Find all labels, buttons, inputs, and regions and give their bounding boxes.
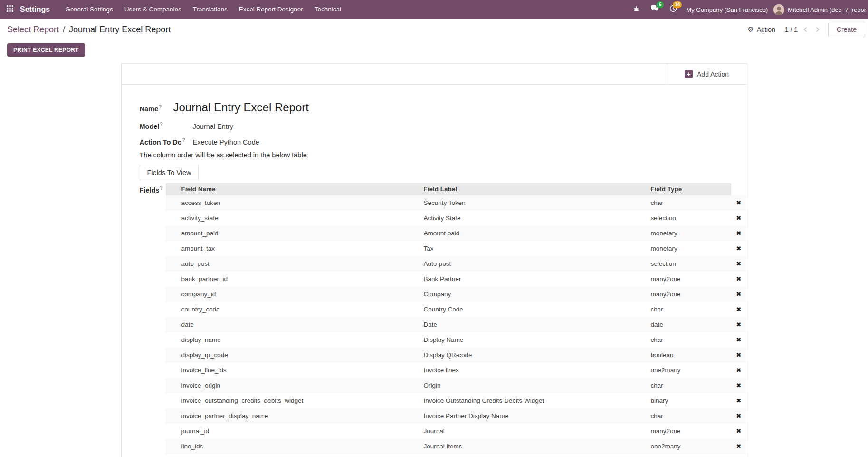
- table-row[interactable]: amount_paid Amount paid monetary ✖: [166, 226, 747, 241]
- field-type-cell[interactable]: boolean: [651, 351, 731, 359]
- table-row[interactable]: invoice_outstanding_credits_debits_widge…: [166, 393, 747, 408]
- field-name-cell[interactable]: country_code: [181, 306, 424, 313]
- activities-button[interactable]: 14: [664, 0, 682, 19]
- field-label-cell[interactable]: Date: [424, 321, 651, 328]
- field-label-cell[interactable]: Security Token: [424, 199, 651, 206]
- table-row[interactable]: line_ids Journal Items one2many ✖: [166, 439, 747, 454]
- field-label-cell[interactable]: Activity State: [424, 214, 651, 222]
- field-type-cell[interactable]: selection: [651, 260, 731, 267]
- debug-mode-button[interactable]: [628, 0, 645, 19]
- field-name-cell[interactable]: bank_partner_id: [181, 275, 424, 282]
- tab-fields-to-view[interactable]: Fields To View: [140, 165, 199, 180]
- delete-row-button[interactable]: ✖: [731, 382, 747, 389]
- field-name-column-header[interactable]: Field Name: [181, 183, 424, 195]
- table-row[interactable]: auto_post Auto-post selection ✖: [166, 256, 747, 272]
- table-row[interactable]: invoice_partner_display_name Invoice Par…: [166, 408, 747, 424]
- field-label-cell[interactable]: Journal Items: [424, 443, 651, 450]
- pager-next-icon[interactable]: [814, 27, 819, 32]
- field-label-cell[interactable]: Invoice Outstanding Credits Debits Widge…: [424, 397, 651, 404]
- model-field-value[interactable]: Journal Entry: [193, 123, 233, 130]
- field-type-cell[interactable]: many2one: [651, 275, 731, 282]
- field-type-cell[interactable]: one2many: [651, 443, 731, 450]
- delete-row-button[interactable]: ✖: [731, 336, 747, 343]
- table-row[interactable]: display_name Display Name char ✖: [166, 332, 747, 348]
- field-label-cell[interactable]: Display Name: [424, 336, 651, 343]
- table-row[interactable]: company_id Company many2one ✖: [166, 287, 747, 302]
- field-name-cell[interactable]: line_ids: [181, 443, 424, 450]
- menu-item-technical[interactable]: Technical: [309, 0, 347, 19]
- field-type-cell[interactable]: selection: [651, 214, 731, 222]
- field-type-cell[interactable]: many2one: [651, 291, 731, 298]
- field-label-column-header[interactable]: Field Label: [424, 183, 651, 195]
- delete-row-button[interactable]: ✖: [731, 245, 747, 252]
- field-label-cell[interactable]: Amount paid: [424, 230, 651, 237]
- field-name-cell[interactable]: auto_post: [181, 260, 424, 267]
- action-to-do-field-value[interactable]: Execute Python Code: [193, 138, 259, 146]
- breadcrumb-parent-link[interactable]: Select Report: [7, 25, 59, 35]
- name-field-value[interactable]: Journal Entry Excel Report: [173, 100, 309, 115]
- delete-row-button[interactable]: ✖: [731, 275, 747, 282]
- field-label-cell[interactable]: Invoice lines: [424, 367, 651, 374]
- delete-row-button[interactable]: ✖: [731, 397, 747, 404]
- action-menu-button[interactable]: ⚙ Action: [747, 25, 775, 34]
- table-row[interactable]: country_code Country Code char ✖: [166, 302, 747, 317]
- field-label-cell[interactable]: Journal: [424, 428, 651, 435]
- delete-row-button[interactable]: ✖: [731, 443, 747, 450]
- delete-row-button[interactable]: ✖: [731, 367, 747, 374]
- field-label-cell[interactable]: Country Code: [424, 306, 651, 313]
- delete-row-button[interactable]: ✖: [731, 351, 747, 359]
- user-menu[interactable]: Mitchell Admin (dec_7_repor: [788, 6, 866, 13]
- table-row[interactable]: amount_tax Tax monetary ✖: [166, 241, 747, 256]
- user-avatar[interactable]: [773, 4, 784, 15]
- field-type-cell[interactable]: many2one: [651, 428, 731, 435]
- add-action-button[interactable]: + Add Action: [667, 64, 747, 84]
- company-switcher[interactable]: My Company (San Francisco): [686, 6, 768, 13]
- field-name-cell[interactable]: journal_id: [181, 428, 424, 435]
- field-name-cell[interactable]: invoice_partner_display_name: [181, 412, 424, 419]
- messages-button[interactable]: 6: [645, 0, 664, 19]
- field-type-cell[interactable]: char: [651, 306, 731, 313]
- table-row[interactable]: invoice_origin Origin char ✖: [166, 378, 747, 393]
- delete-row-button[interactable]: ✖: [731, 412, 747, 419]
- field-name-cell[interactable]: invoice_origin: [181, 382, 424, 389]
- field-label-cell[interactable]: Origin: [424, 382, 651, 389]
- table-row[interactable]: access_token Security Token char ✖: [166, 195, 747, 211]
- menu-item-translations[interactable]: Translations: [187, 0, 233, 19]
- field-type-cell[interactable]: monetary: [651, 230, 731, 237]
- field-label-cell[interactable]: Auto-post: [424, 260, 651, 267]
- pager-previous-icon[interactable]: [803, 27, 809, 32]
- menu-item-users-companies[interactable]: Users & Companies: [119, 0, 187, 19]
- delete-row-button[interactable]: ✖: [731, 214, 747, 222]
- field-name-cell[interactable]: activity_state: [181, 214, 424, 222]
- field-type-column-header[interactable]: Field Type: [651, 183, 731, 195]
- field-label-cell[interactable]: Company: [424, 291, 651, 298]
- print-excel-report-button[interactable]: PRINT EXCEL REPORT: [7, 43, 85, 57]
- field-type-cell[interactable]: date: [651, 321, 731, 328]
- field-name-cell[interactable]: company_id: [181, 291, 424, 298]
- field-name-cell[interactable]: amount_paid: [181, 230, 424, 237]
- field-name-cell[interactable]: invoice_line_ids: [181, 367, 424, 374]
- delete-row-button[interactable]: ✖: [731, 321, 747, 328]
- delete-row-button[interactable]: ✖: [731, 199, 747, 206]
- delete-row-button[interactable]: ✖: [731, 291, 747, 298]
- field-label-cell[interactable]: Display QR-code: [424, 351, 651, 359]
- table-row[interactable]: journal_id Journal many2one ✖: [166, 424, 747, 439]
- table-row[interactable]: display_qr_code Display QR-code boolean …: [166, 348, 747, 363]
- field-type-cell[interactable]: char: [651, 412, 731, 419]
- menu-item-excel-report-designer[interactable]: Excel Report Designer: [233, 0, 309, 19]
- field-name-cell[interactable]: display_qr_code: [181, 351, 424, 359]
- field-name-cell[interactable]: display_name: [181, 336, 424, 343]
- menu-item-general-settings[interactable]: General Settings: [59, 0, 119, 19]
- field-label-cell[interactable]: Tax: [424, 245, 651, 252]
- create-button[interactable]: Create: [828, 22, 865, 37]
- apps-menu-button[interactable]: [0, 0, 20, 19]
- field-name-cell[interactable]: invoice_outstanding_credits_debits_widge…: [181, 397, 424, 404]
- current-app-name[interactable]: Settings: [20, 5, 50, 14]
- delete-row-button[interactable]: ✖: [731, 260, 747, 267]
- field-type-cell[interactable]: char: [651, 199, 731, 206]
- field-type-cell[interactable]: char: [651, 382, 731, 389]
- delete-row-button[interactable]: ✖: [731, 306, 747, 313]
- field-type-cell[interactable]: char: [651, 336, 731, 343]
- table-row[interactable]: bank_partner_id Bank Partner many2one ✖: [166, 272, 747, 287]
- field-type-cell[interactable]: one2many: [651, 367, 731, 374]
